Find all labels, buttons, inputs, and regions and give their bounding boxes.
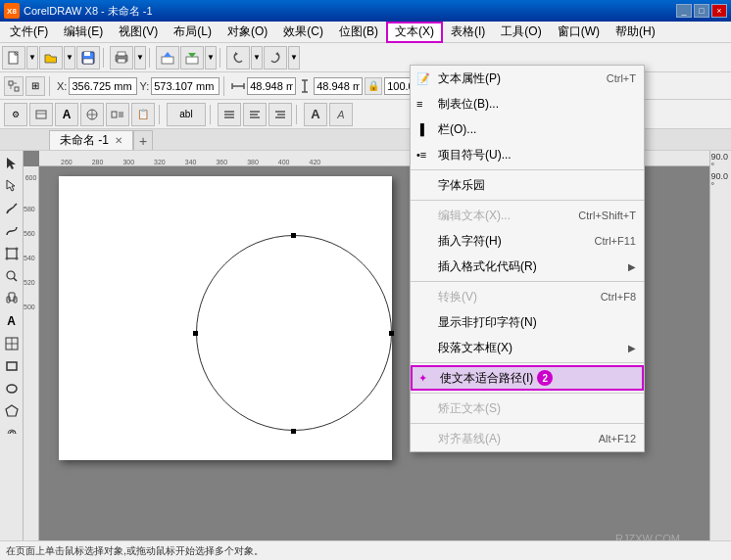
text-tool[interactable]: A [1, 310, 23, 332]
menu-layout[interactable]: 布局(L) [166, 22, 219, 43]
right-panel: 90.0 ° 90.0 ° [709, 151, 731, 560]
polygon-tool[interactable] [1, 400, 23, 422]
svg-rect-25 [36, 111, 46, 118]
handle-top[interactable] [291, 233, 296, 238]
minimize-button[interactable]: _ [676, 4, 692, 18]
close-button[interactable]: × [711, 4, 727, 18]
tab-close-button[interactable]: ✕ [115, 135, 122, 146]
new-button[interactable] [2, 46, 25, 70]
sep7 [159, 105, 163, 124]
menu-bitmap[interactable]: 位图(B) [331, 22, 386, 43]
t12[interactable]: A [329, 103, 353, 126]
ruler-tick: 320 [154, 159, 166, 165]
t9[interactable] [243, 103, 267, 126]
menu-col[interactable]: ▐ 栏(O)... [411, 117, 644, 142]
t2[interactable] [29, 103, 53, 126]
menu-effect[interactable]: 效果(C) [275, 22, 331, 43]
menu-show-nonprint[interactable]: 显示非打印字符(N) [411, 309, 644, 335]
menu-font-garden[interactable]: 字体乐园 [411, 172, 644, 198]
menu-fit-text-path[interactable]: ✦ 使文本适合路径(I) 2 [411, 365, 644, 391]
t1[interactable]: ⚙ [4, 103, 27, 126]
menu-table[interactable]: 表格(I) [443, 22, 493, 43]
maximize-button[interactable]: □ [694, 4, 709, 18]
menu-edit-text[interactable]: 编辑文本(X)... Ctrl+Shift+T [411, 203, 644, 228]
x-input[interactable] [69, 77, 137, 95]
export-button[interactable] [180, 46, 204, 70]
menu-align-baseline[interactable]: 对齐基线(A) Alt+F12 [411, 426, 644, 451]
pick-tool[interactable] [1, 175, 23, 197]
height-input[interactable] [314, 77, 363, 95]
y-input[interactable] [151, 77, 219, 95]
import-button[interactable] [156, 46, 179, 70]
t10[interactable] [268, 103, 292, 126]
handle-right[interactable] [389, 331, 394, 336]
menu-file[interactable]: 文件(F) [2, 22, 56, 43]
spiral-tool[interactable] [1, 423, 23, 444]
menu-object[interactable]: 对象(O) [219, 22, 275, 43]
new-dropdown[interactable]: ▼ [26, 46, 38, 70]
ruler-left: 600 580 560 540 520 500 [24, 166, 39, 560]
pan-tool[interactable] [1, 288, 23, 309]
handle-bottom[interactable] [291, 429, 296, 434]
t8[interactable] [218, 103, 241, 126]
snap-button[interactable] [4, 76, 24, 96]
handle-left[interactable] [193, 331, 198, 336]
undo-dropdown[interactable]: ▼ [251, 46, 263, 70]
svg-rect-58 [7, 362, 17, 370]
width-input[interactable] [247, 77, 296, 95]
svg-point-59 [7, 385, 17, 393]
shape-tool[interactable] [1, 243, 23, 264]
menu-text[interactable]: 文本(X) [386, 22, 443, 43]
print-dropdown[interactable]: ▼ [134, 46, 146, 70]
window-controls: _ □ × [676, 4, 727, 18]
open-dropdown[interactable]: ▼ [64, 46, 75, 70]
freehand-tool[interactable] [1, 198, 23, 219]
t5[interactable] [106, 103, 129, 126]
menu-help[interactable]: 帮助(H) [608, 22, 663, 43]
table-tool[interactable] [1, 333, 23, 354]
t6[interactable]: 📋 [131, 103, 155, 126]
grid-button[interactable]: ⊞ [25, 76, 45, 96]
export-dropdown[interactable]: ▼ [205, 46, 217, 70]
lock-ratio-button[interactable]: 🔒 [365, 77, 382, 95]
zoom-tool[interactable] [1, 265, 23, 287]
menu-view[interactable]: 视图(V) [111, 22, 166, 43]
svg-line-51 [14, 278, 17, 281]
app-icon: X8 [4, 3, 20, 19]
rectangle-tool[interactable] [1, 355, 23, 377]
t3[interactable]: A [55, 103, 78, 126]
document-tab[interactable]: 未命名 -1 ✕ [49, 130, 133, 150]
menu-insert-char[interactable]: 插入字符(H) Ctrl+F11 [411, 228, 644, 254]
menu-make-table[interactable]: ≡ 制表位(B)... [411, 91, 644, 117]
t7[interactable]: abl [167, 103, 206, 126]
menu-text-props[interactable]: 📝 文本属性(P) Ctrl+T [411, 66, 644, 91]
ruler-label5: 520 [24, 279, 38, 286]
open-button[interactable] [39, 46, 63, 70]
select-tool[interactable] [1, 153, 23, 174]
bezier-tool[interactable] [1, 220, 23, 242]
separator3 [219, 48, 223, 68]
save-button[interactable] [76, 46, 100, 70]
t11[interactable]: A [304, 103, 327, 126]
menu-convert[interactable]: 转换(V) Ctrl+F8 [411, 284, 644, 309]
menu-tools[interactable]: 工具(O) [493, 22, 549, 43]
new-tab-button[interactable]: + [133, 130, 153, 150]
menu-straighten[interactable]: 矫正文本(S) [411, 396, 644, 421]
menu-item-symbol[interactable]: •≡ 项目符号(U)... [411, 142, 644, 167]
menu-insert-format[interactable]: 插入格式化代码(R) ▶ [411, 254, 644, 279]
ruler-label: 600 [25, 174, 37, 189]
t4[interactable] [80, 103, 104, 126]
menu-window[interactable]: 窗口(W) [550, 22, 608, 43]
sep-4 [411, 362, 644, 363]
badge-2: 2 [537, 370, 553, 386]
redo-button[interactable] [264, 46, 287, 70]
redo-dropdown[interactable]: ▼ [288, 46, 300, 70]
ruler-label3: 560 [24, 230, 38, 237]
svg-point-48 [5, 257, 8, 260]
menu-edit[interactable]: 编辑(E) [56, 22, 111, 43]
ellipse-tool[interactable] [1, 378, 23, 399]
sep-3 [411, 281, 644, 282]
menu-para-textbox[interactable]: 段落文本框(X) ▶ [411, 335, 644, 360]
print-button[interactable] [110, 46, 133, 70]
undo-button[interactable] [226, 46, 250, 70]
